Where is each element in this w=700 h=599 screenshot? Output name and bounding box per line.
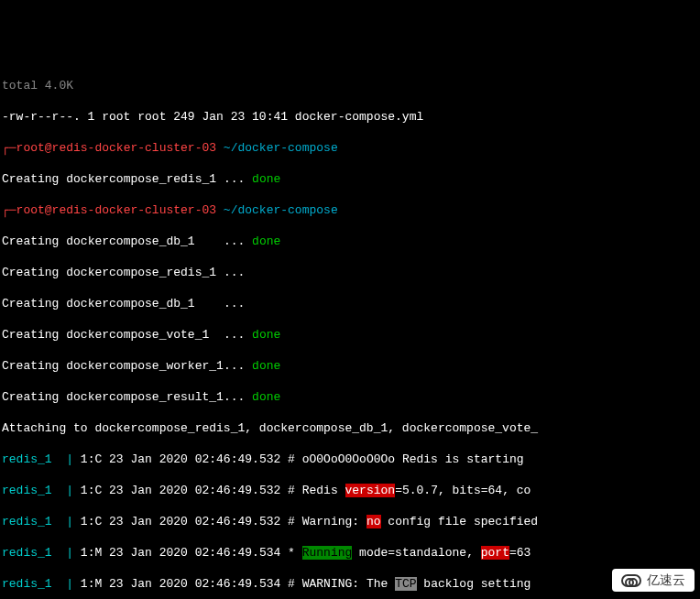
redis-log-3: redis_1 | 1:C 23 Jan 2020 02:46:49.532 #…: [2, 514, 698, 529]
attach-line: Attaching to dockercompose_redis_1, dock…: [2, 420, 698, 436]
watermark: 亿速云: [612, 569, 695, 592]
redis-log-1: redis_1 | 1:C 23 Jan 2020 02:46:49.532 #…: [2, 452, 698, 467]
creating-worker: Creating dockercompose_worker_1... done: [2, 358, 698, 374]
watermark-text: 亿速云: [647, 572, 685, 588]
cloud-icon: [621, 574, 641, 587]
creating-redis-1: Creating dockercompose_redis_1 ... done: [2, 171, 698, 187]
terminal-output: total 4.0K -rw-r--r--. 1 root root 249 J…: [2, 62, 698, 599]
redis-log-2: redis_1 | 1:C 23 Jan 2020 02:46:49.532 #…: [2, 483, 698, 498]
creating-db-1: Creating dockercompose_db_1 ... done: [2, 234, 698, 249]
prompt-2: ┌─root@redis-docker-cluster-03 ~/docker-…: [2, 202, 698, 218]
ls-line: -rw-r--r--. 1 root root 249 Jan 23 10:41…: [2, 109, 698, 125]
creating-result: Creating dockercompose_result_1... done: [2, 389, 698, 405]
creating-vote: Creating dockercompose_vote_1 ... done: [2, 327, 698, 343]
redis-log-4: redis_1 | 1:M 23 Jan 2020 02:46:49.534 *…: [2, 545, 698, 561]
creating-db-2: Creating dockercompose_db_1 ...: [2, 296, 698, 311]
redis-log-5: redis_1 | 1:M 23 Jan 2020 02:46:49.534 #…: [2, 576, 698, 592]
prompt-1: ┌─root@redis-docker-cluster-03 ~/docker-…: [2, 140, 698, 156]
creating-redis-2: Creating dockercompose_redis_1 ...: [2, 265, 698, 280]
total-line: total 4.0K: [2, 78, 698, 93]
